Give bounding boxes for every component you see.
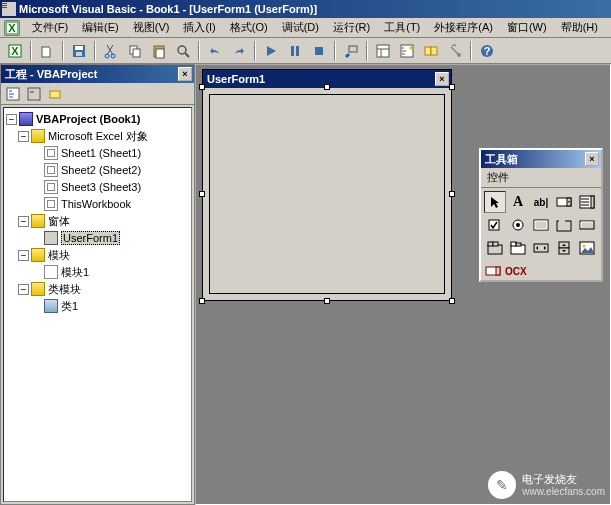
svg-rect-25 — [431, 47, 437, 55]
tree-label[interactable]: UserForm1 — [61, 231, 120, 245]
tree-collapse-icon[interactable]: − — [18, 284, 29, 295]
save-button[interactable] — [68, 40, 90, 62]
tool-optionbutton[interactable] — [507, 214, 529, 236]
menu-format[interactable]: 格式(O) — [224, 19, 274, 36]
help-button[interactable]: ? — [476, 40, 498, 62]
copy-button[interactable] — [124, 40, 146, 62]
tool-multipage[interactable] — [507, 237, 529, 259]
toolbox-button[interactable] — [444, 40, 466, 62]
resize-handle[interactable] — [449, 84, 455, 90]
tool-spinbutton[interactable] — [553, 237, 575, 259]
form-designer-close-button[interactable]: × — [435, 72, 449, 86]
toolbox-window[interactable]: 工具箱 × 控件 A ab| OCX — [479, 148, 603, 282]
menu-run[interactable]: 运行(R) — [327, 19, 376, 36]
break-button[interactable] — [284, 40, 306, 62]
tree-label[interactable]: 类1 — [61, 299, 78, 314]
view-code-button[interactable] — [3, 85, 23, 103]
tree-label[interactable]: ThisWorkbook — [61, 198, 131, 210]
tool-togglebutton[interactable] — [530, 214, 552, 236]
tree-sheet2[interactable]: Sheet2 (Sheet2) — [6, 162, 189, 178]
menu-help[interactable]: 帮助(H) — [555, 19, 604, 36]
menu-debug[interactable]: 调试(D) — [276, 19, 325, 36]
tree-folder-modules[interactable]: − 模块 — [6, 247, 189, 263]
tree-folder-class-modules[interactable]: − 类模块 — [6, 281, 189, 297]
run-button[interactable] — [260, 40, 282, 62]
tree-label[interactable]: 窗体 — [48, 214, 70, 229]
svg-point-26 — [457, 53, 461, 57]
toolbox-titlebar[interactable]: 工具箱 × — [481, 150, 601, 168]
resize-handle[interactable] — [199, 84, 205, 90]
menu-file[interactable]: 文件(F) — [26, 19, 74, 36]
tree-thisworkbook[interactable]: ThisWorkbook — [6, 196, 189, 212]
tool-combobox[interactable] — [553, 191, 575, 213]
tree-label[interactable]: VBAProject (Book1) — [36, 113, 141, 125]
stop-button[interactable] — [308, 40, 330, 62]
toolbox-close-button[interactable]: × — [585, 152, 599, 166]
tree-sheet3[interactable]: Sheet3 (Sheet3) — [6, 179, 189, 195]
tree-class1[interactable]: 类1 — [6, 298, 189, 314]
project-panel-close-button[interactable]: × — [178, 67, 192, 81]
menu-insert[interactable]: 插入(I) — [177, 19, 221, 36]
object-browser-button[interactable] — [420, 40, 442, 62]
tool-frame[interactable] — [553, 214, 575, 236]
insert-button[interactable] — [36, 40, 58, 62]
tree-userform1[interactable]: UserForm1 — [6, 230, 189, 246]
tree-collapse-icon[interactable]: − — [18, 216, 29, 227]
tree-folder-forms[interactable]: − 窗体 — [6, 213, 189, 229]
tool-scrollbar[interactable] — [530, 237, 552, 259]
properties-button[interactable] — [396, 40, 418, 62]
resize-handle[interactable] — [199, 298, 205, 304]
find-button[interactable] — [172, 40, 194, 62]
tool-checkbox[interactable] — [484, 214, 506, 236]
svg-rect-31 — [30, 91, 34, 93]
tree-label[interactable]: 模块 — [48, 248, 70, 263]
redo-button[interactable] — [228, 40, 250, 62]
tree-label[interactable]: Sheet2 (Sheet2) — [61, 164, 141, 176]
tool-label[interactable]: A — [507, 191, 529, 213]
cut-button[interactable] — [100, 40, 122, 62]
tree-label[interactable]: Sheet1 (Sheet1) — [61, 147, 141, 159]
resize-handle[interactable] — [449, 191, 455, 197]
view-object-button[interactable] — [24, 85, 44, 103]
tool-commandbutton[interactable] — [576, 214, 598, 236]
project-tree[interactable]: − VBAProject (Book1) − Microsoft Excel 对… — [3, 107, 192, 502]
toggle-folders-button[interactable] — [45, 85, 65, 103]
tree-label[interactable]: 类模块 — [48, 282, 81, 297]
tool-listbox[interactable] — [576, 191, 598, 213]
tree-label[interactable]: Sheet3 (Sheet3) — [61, 181, 141, 193]
menu-addins[interactable]: 外接程序(A) — [428, 19, 499, 36]
tree-label[interactable]: 模块1 — [61, 265, 89, 280]
resize-handle[interactable] — [324, 298, 330, 304]
resize-handle[interactable] — [199, 191, 205, 197]
menu-view[interactable]: 视图(V) — [127, 19, 176, 36]
tree-module1[interactable]: 模块1 — [6, 264, 189, 280]
tree-label[interactable]: Microsoft Excel 对象 — [48, 129, 148, 144]
tool-pointer[interactable] — [484, 191, 506, 213]
tree-collapse-icon[interactable]: − — [18, 131, 29, 142]
tree-root[interactable]: − VBAProject (Book1) — [6, 111, 189, 127]
tree-folder-excel-objects[interactable]: − Microsoft Excel 对象 — [6, 128, 189, 144]
toolbox-ocx-row[interactable]: OCX — [481, 262, 601, 280]
menu-window[interactable]: 窗口(W) — [501, 19, 553, 36]
resize-handle[interactable] — [324, 84, 330, 90]
view-excel-button[interactable]: X — [4, 40, 26, 62]
project-explorer-button[interactable] — [372, 40, 394, 62]
design-mode-button[interactable] — [340, 40, 362, 62]
resize-handle[interactable] — [449, 298, 455, 304]
tool-textbox[interactable]: ab| — [530, 191, 552, 213]
menu-edit[interactable]: 编辑(E) — [76, 19, 125, 36]
tree-collapse-icon[interactable]: − — [6, 114, 17, 125]
form-designer-window[interactable]: UserForm1 × — [202, 69, 452, 301]
excel-icon[interactable]: X — [4, 20, 20, 36]
tree-sheet1[interactable]: Sheet1 (Sheet1) — [6, 145, 189, 161]
userform-canvas[interactable] — [209, 94, 445, 294]
tool-tabstrip[interactable] — [484, 237, 506, 259]
tool-image[interactable] — [576, 237, 598, 259]
toolbar-separator — [334, 41, 336, 61]
paste-button[interactable] — [148, 40, 170, 62]
undo-button[interactable] — [204, 40, 226, 62]
tree-collapse-icon[interactable]: − — [18, 250, 29, 261]
menu-tools[interactable]: 工具(T) — [378, 19, 426, 36]
toolbox-tab-controls[interactable]: 控件 — [481, 168, 601, 188]
svg-rect-4 — [42, 47, 50, 57]
